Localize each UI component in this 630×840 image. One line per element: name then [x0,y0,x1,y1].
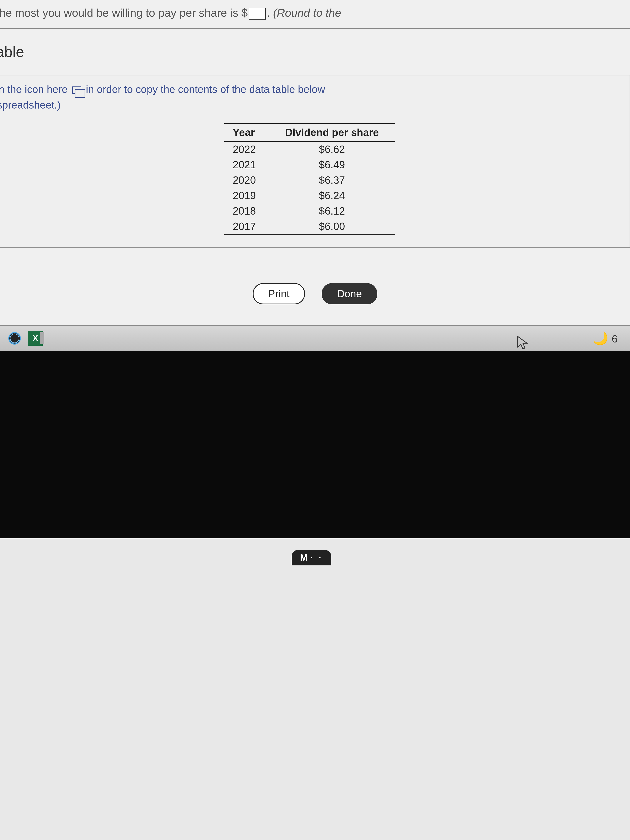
cell-dividend: $6.12 [268,203,395,219]
print-button[interactable]: Print [253,283,305,305]
question-text: nts, the most you would be willing to pa… [0,0,630,29]
table-row: 2021 $6.49 [224,157,395,172]
cell-dividend: $6.49 [268,157,395,172]
table-row: 2017 $6.00 [224,219,395,235]
section-title: table [0,29,630,71]
cell-year: 2017 [224,219,268,235]
cell-year: 2019 [224,188,268,203]
data-table-panel: ck on the icon here in order to copy the… [0,75,630,248]
cell-year: 2018 [224,203,268,219]
round-instruction: (Round to the [273,6,341,19]
header-year: Year [224,123,268,141]
table-row: 2019 $6.24 [224,188,395,203]
cortana-icon[interactable] [6,330,23,347]
weather-moon-icon[interactable]: 🌙 6 [593,331,617,346]
instruction-line1-prefix: ck on the icon here [0,84,68,95]
screen-bezel [0,351,630,538]
cell-dividend: $6.00 [268,219,395,235]
dividend-table: Year Dividend per share 2022 $6.62 2021 … [224,123,395,235]
excel-taskbar-icon[interactable]: X [27,330,44,347]
instruction-line1-suffix: in order to copy the contents of the dat… [86,84,325,95]
cell-dividend: $6.62 [268,141,395,157]
dialog-button-row: Print Done [0,283,630,305]
cell-dividend: $6.24 [268,188,395,203]
instruction-line2: o a spreadsheet.) [0,99,61,111]
price-input[interactable] [249,8,265,20]
header-dividend: Dividend per share [268,123,395,141]
question-prefix: nts, the most you would be willing to pa… [0,6,248,19]
taskbar[interactable]: X 🌙 6 [0,326,630,351]
table-row: 2022 $6.62 [224,141,395,157]
cell-year: 2020 [224,172,268,188]
cell-dividend: $6.37 [268,172,395,188]
table-row: 2020 $6.37 [224,172,395,188]
copy-instruction: ck on the icon here in order to copy the… [0,82,621,113]
done-button[interactable]: Done [322,283,377,305]
cell-year: 2022 [224,141,268,157]
time-fragment: 6 [612,333,617,345]
table-row: 2018 $6.12 [224,203,395,219]
copy-to-spreadsheet-icon[interactable] [72,87,81,94]
cell-year: 2021 [224,157,268,172]
media-badge[interactable]: M · · [292,550,331,565]
